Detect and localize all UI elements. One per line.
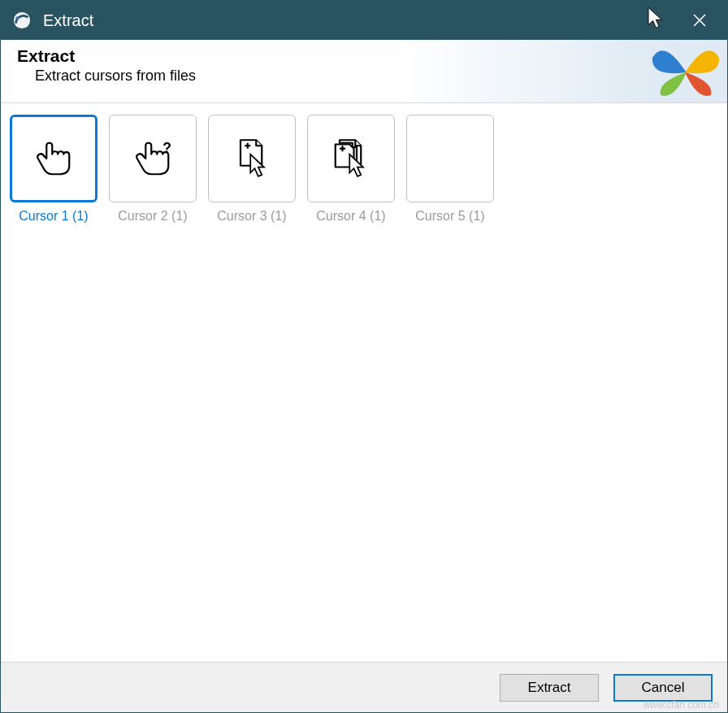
dialog-footer: Extract Cancel www.cfan.com.cn — [1, 662, 727, 712]
cursor-item[interactable]: Cursor 4 (1) — [306, 115, 396, 224]
cursor-item-label: Cursor 3 (1) — [217, 209, 286, 224]
hand-help-icon: ? — [109, 115, 197, 202]
header-title: Extract — [17, 46, 711, 66]
cursor-item-label: Cursor 1 (1) — [19, 209, 88, 224]
svg-text:?: ? — [162, 140, 171, 156]
cursor-item-label: Cursor 2 (1) — [118, 209, 187, 224]
dialog-header: Extract Extract cursors from files — [1, 40, 727, 103]
cancel-button[interactable]: Cancel — [613, 674, 713, 702]
app-icon — [12, 11, 32, 30]
close-button[interactable] — [675, 1, 724, 40]
butterfly-logo-icon — [649, 43, 722, 100]
cursor-item[interactable]: Cursor 1 (1) — [9, 115, 98, 224]
cursor-item-label: Cursor 4 (1) — [316, 209, 385, 224]
header-subtitle: Extract cursors from files — [35, 67, 711, 85]
doc-arrow-icon — [208, 115, 296, 202]
titlebar: Extract — [1, 1, 727, 40]
docs-arrow-icon — [307, 115, 395, 202]
cursor-list: Cursor 1 (1) ?Cursor 2 (1) Cursor 3 (1) — [1, 103, 727, 662]
svg-point-1 — [15, 16, 19, 20]
window-title: Extract — [43, 11, 654, 30]
cursor-item-label: Cursor 5 (1) — [415, 209, 484, 224]
cursor-item[interactable]: Cursor 5 (1) — [405, 115, 495, 224]
hand-link-icon — [10, 115, 98, 202]
cursor-item[interactable]: ?Cursor 2 (1) — [108, 115, 197, 224]
cursor-item[interactable]: Cursor 3 (1) — [207, 115, 297, 224]
extract-button[interactable]: Extract — [500, 674, 599, 702]
mouse-cursor-icon — [646, 7, 667, 35]
blank-icon — [406, 115, 494, 202]
